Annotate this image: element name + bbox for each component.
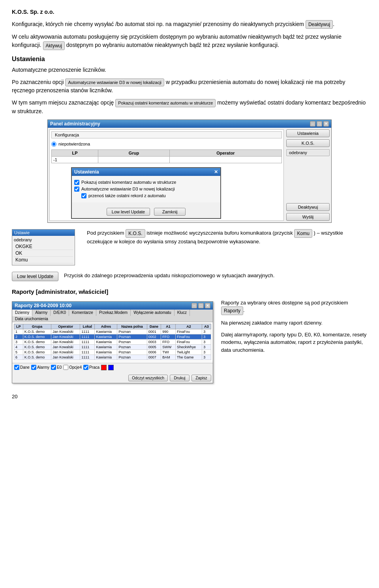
- cell: SheckWhye: [175, 344, 202, 349]
- raporty-col-a2: A2: [175, 324, 202, 329]
- page-title-kos: K.O.S. Sp. z o.o.: [12, 8, 367, 16]
- raporty-footer: Odczyt wszystkich Drukuj Zapisz: [12, 373, 213, 383]
- check-opcje4[interactable]: Opcje4: [63, 365, 82, 370]
- konfiguracja-menu[interactable]: Konfiguracja: [53, 132, 81, 138]
- kos-text-mid: istnieje możliwość wyczyszczenia buforu …: [146, 230, 293, 236]
- color-square-red: [101, 365, 107, 370]
- odczyt-wszystkich-button[interactable]: Odczyt wszystkich: [128, 375, 168, 381]
- check-praca[interactable]: Praca: [83, 365, 99, 370]
- zamknij-button[interactable]: Zamknij: [154, 208, 186, 216]
- status-row: niepotwierdzona: [51, 140, 282, 148]
- tab-wylaczenie[interactable]: Wyłączenie automatu: [131, 310, 174, 316]
- check-e0[interactable]: E0: [51, 365, 62, 370]
- intro-text2b: dostępnym po wybraniu automatów nieaktyw…: [66, 42, 279, 48]
- deaktywuj-right-btn[interactable]: Deaktywuj: [286, 203, 330, 211]
- kos-para: Pod przyciskiem K.O.S. istnieje możliwoś…: [87, 229, 367, 246]
- cell: 4: [14, 344, 23, 349]
- cell: SWW: [161, 344, 176, 349]
- cell: 0002: [147, 334, 161, 339]
- cell: Jan Kowalski: [51, 339, 80, 344]
- raporty-col-dane: Dane: [147, 324, 161, 329]
- cell-grup: [98, 156, 170, 163]
- check1-input[interactable]: [74, 180, 79, 185]
- raporty-header-row: LP Grupa Operator Lokal Adres Nazwa poln…: [14, 324, 211, 329]
- cell: Poznan: [117, 339, 147, 344]
- table-row: -1: [52, 156, 282, 163]
- tab-data[interactable]: Data uruchomienia: [12, 316, 51, 322]
- cell: 3: [202, 355, 211, 360]
- list-item-komu: Komu: [14, 257, 73, 263]
- check2-input[interactable]: [74, 187, 79, 192]
- intro-text1: Konfiguracje, których nie chcemy wysyłać…: [12, 21, 304, 27]
- panel-admin-titlebar: Panel administracyjny ─ □ ✕: [48, 120, 331, 128]
- low-level-update-button-display[interactable]: Low level Update: [12, 272, 58, 281]
- raporty-min-icon[interactable]: ─: [191, 303, 197, 308]
- check-dane[interactable]: Dane: [14, 365, 30, 370]
- cell: Kawiarnia: [95, 349, 117, 355]
- cell: 6: [14, 355, 23, 360]
- tab-alarmy[interactable]: Alarmy: [32, 310, 51, 316]
- close-icon[interactable]: ✕: [323, 121, 329, 127]
- ustawienia-para1: Automatyczne przenoszenie liczników.: [12, 66, 367, 74]
- cell: 1111: [80, 355, 95, 360]
- drukuj-button[interactable]: Drukuj: [170, 375, 190, 381]
- tab-deko[interactable]: D/E/K0: [51, 310, 69, 316]
- cell: K.O.S. demo: [23, 334, 51, 339]
- raporty-max-icon[interactable]: □: [198, 303, 204, 308]
- cell: K.O.S. demo: [23, 339, 51, 344]
- ustawienia-right-btn[interactable]: Ustawienia: [286, 129, 330, 137]
- kos-section: Ustawie odebrany OKGKE OK Komu Pod przyc…: [12, 229, 367, 265]
- raporty-btn-inline: Raporty: [221, 306, 243, 315]
- raporty-right-text: Raporty za wybrany okres dostępne są pod…: [221, 299, 367, 358]
- dialog-close-icon[interactable]: ✕: [214, 169, 218, 175]
- deaktywuj-button-inline: Deaktywuj: [306, 20, 333, 29]
- raporty-checkboxes: Dane Alarmy E0 Opcje4 Praca: [12, 363, 213, 371]
- cell: K.O.S. demo: [23, 355, 51, 360]
- cell: 3: [202, 334, 211, 339]
- list-item-okgke: OKGKE: [14, 243, 73, 250]
- table-row: 1 K.O.S. demo Jan Kowalski 1111 Kawiarni…: [14, 329, 211, 334]
- tab-przekaz[interactable]: Przekaz.Modem: [96, 310, 131, 316]
- cell: 0001: [147, 329, 161, 334]
- panel-admin-body: Konfiguracja niepotwierdzona LP Grup Ope…: [48, 128, 331, 222]
- list-item-ok: OK: [14, 250, 73, 257]
- wyslij-right-btn[interactable]: Wyślij: [286, 213, 330, 221]
- raporty-col-a3: A3: [202, 324, 211, 329]
- cell: Poznan: [117, 344, 147, 349]
- cell: 0006: [147, 349, 161, 355]
- tab-dzienny[interactable]: Dzienny: [12, 310, 32, 316]
- raporty-section: Raporty 28-04-2009 10:00 ─ □ ✕ Dzienny A…: [12, 299, 367, 386]
- raporty-text1: Raporty za wybrany okres dostępne są pod…: [221, 299, 367, 315]
- check3-input[interactable]: [81, 193, 86, 198]
- kos-small-panel: Ustawie odebrany OKGKE OK Komu: [12, 229, 79, 265]
- raporty-close-icon[interactable]: ✕: [205, 303, 210, 308]
- panel-right-pane: Ustawienia K.O.S. odebrany Deaktywuj Wyś…: [286, 129, 330, 221]
- col-grup: Grup: [98, 149, 170, 156]
- cell: 0003: [147, 339, 161, 344]
- tab-klucz[interactable]: Klucz: [174, 310, 190, 316]
- cell: K.O.S. demo: [23, 349, 51, 355]
- kos-right-btn[interactable]: K.O.S.: [286, 139, 330, 147]
- cell: Poznan: [117, 349, 147, 355]
- low-level-update-button[interactable]: Low level Update: [107, 208, 150, 216]
- minimize-icon[interactable]: ─: [310, 121, 315, 127]
- tab-komentarze[interactable]: Komentarze: [69, 310, 96, 316]
- color-square-blue: [108, 365, 114, 370]
- ustawienia-para3: W tym samym miejscu zaznaczając opcję Po…: [12, 99, 367, 116]
- dialog-footer: Low level Update Zamknij: [72, 205, 220, 218]
- check-alarmy[interactable]: Alarmy: [31, 365, 49, 370]
- cell: Poznan: [117, 329, 147, 334]
- raporty-titlebar: Raporty 28-04-2009 10:00 ─ □ ✕: [12, 302, 213, 310]
- maximize-icon[interactable]: □: [317, 121, 322, 127]
- aktywuj-button-inline: Aktywuj: [43, 41, 65, 50]
- cell: 1: [14, 329, 23, 334]
- raporty-title-btns: ─ □ ✕: [191, 303, 210, 308]
- cell: Jan Kowalski: [51, 355, 80, 360]
- page-number: 20: [12, 394, 367, 399]
- radio-input[interactable]: [51, 142, 56, 147]
- cell: Jan Kowalski: [51, 344, 80, 349]
- cell: Poznan: [117, 355, 147, 360]
- zapisz-button[interactable]: Zapisz: [191, 375, 211, 381]
- cell: 3: [14, 339, 23, 344]
- cell: 1111: [80, 339, 95, 344]
